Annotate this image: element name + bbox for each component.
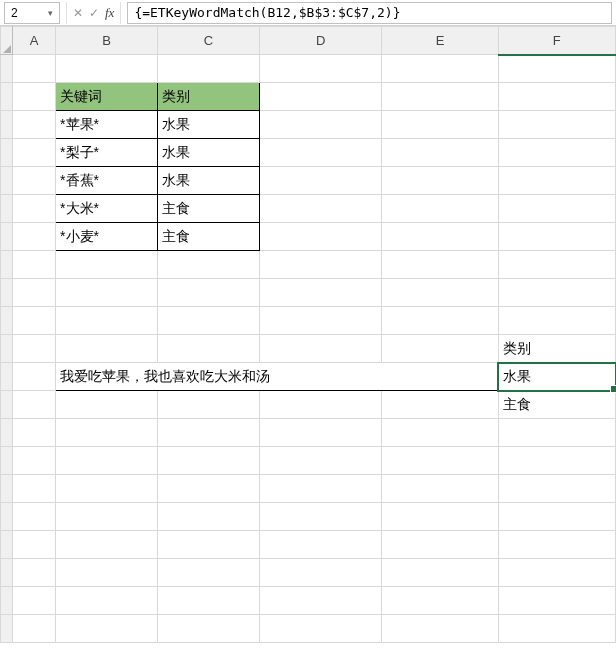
row-header[interactable] (1, 307, 13, 335)
sentence-cell[interactable]: 我爱吃苹果，我也喜欢吃大米和汤 (56, 363, 499, 391)
cell[interactable] (498, 167, 615, 195)
cell[interactable] (382, 307, 498, 335)
cell[interactable] (498, 55, 615, 83)
cell[interactable] (13, 475, 56, 503)
cell[interactable] (498, 139, 615, 167)
cell[interactable] (158, 335, 260, 363)
keyword-cell[interactable]: *大米* (56, 195, 158, 223)
cell[interactable] (56, 279, 158, 307)
cell[interactable] (260, 195, 382, 223)
cell[interactable] (13, 167, 56, 195)
cell[interactable] (56, 251, 158, 279)
cell[interactable] (382, 419, 498, 447)
col-header-D[interactable]: D (260, 27, 382, 55)
cell[interactable] (13, 251, 56, 279)
cell[interactable] (260, 475, 382, 503)
cell[interactable] (13, 419, 56, 447)
cell[interactable] (382, 223, 498, 251)
cell[interactable] (13, 335, 56, 363)
cell[interactable] (13, 391, 56, 419)
cell[interactable] (158, 419, 260, 447)
cancel-icon[interactable]: ✕ (73, 6, 83, 20)
cell[interactable] (498, 615, 615, 643)
row-header[interactable] (1, 139, 13, 167)
formula-input[interactable]: {=ETKeyWordMatch(B12,$B$3:$C$7,2)} (127, 2, 612, 24)
cell[interactable] (382, 587, 498, 615)
cell[interactable] (158, 55, 260, 83)
row-header[interactable] (1, 503, 13, 531)
cell[interactable] (158, 475, 260, 503)
cell[interactable] (498, 587, 615, 615)
cell[interactable] (56, 531, 158, 559)
cell[interactable] (382, 615, 498, 643)
row-header[interactable] (1, 587, 13, 615)
cell[interactable] (158, 531, 260, 559)
row-header[interactable] (1, 55, 13, 83)
spreadsheet-grid[interactable]: A B C D E F 关键词 类别 (0, 26, 616, 672)
cell[interactable] (260, 83, 382, 111)
cell[interactable] (260, 167, 382, 195)
category-cell[interactable]: 主食 (158, 223, 260, 251)
cell[interactable] (158, 391, 260, 419)
cell[interactable] (158, 559, 260, 587)
cell[interactable] (13, 503, 56, 531)
cell[interactable] (382, 139, 498, 167)
row-header[interactable] (1, 279, 13, 307)
cell[interactable] (260, 251, 382, 279)
cell[interactable] (498, 279, 615, 307)
cell[interactable] (498, 307, 615, 335)
name-box[interactable]: 2 ▾ (4, 2, 60, 24)
cell[interactable] (158, 307, 260, 335)
cell[interactable] (56, 615, 158, 643)
cell[interactable] (56, 419, 158, 447)
cell[interactable] (498, 531, 615, 559)
fx-icon[interactable]: fx (105, 5, 114, 21)
row-header[interactable] (1, 391, 13, 419)
cell[interactable] (56, 559, 158, 587)
cell[interactable] (158, 615, 260, 643)
cell[interactable] (13, 111, 56, 139)
cell[interactable] (260, 55, 382, 83)
cell[interactable] (498, 195, 615, 223)
cell[interactable] (13, 139, 56, 167)
cell[interactable] (13, 307, 56, 335)
keyword-cell[interactable]: *苹果* (56, 111, 158, 139)
cell[interactable] (13, 447, 56, 475)
cell[interactable] (13, 363, 56, 391)
row-header[interactable] (1, 531, 13, 559)
cell[interactable] (382, 335, 498, 363)
cell[interactable] (260, 447, 382, 475)
col-header-C[interactable]: C (158, 27, 260, 55)
select-all-corner[interactable] (1, 27, 13, 55)
cell[interactable] (498, 111, 615, 139)
cell[interactable] (382, 167, 498, 195)
row-header[interactable] (1, 615, 13, 643)
cell[interactable] (498, 503, 615, 531)
row-header[interactable] (1, 419, 13, 447)
keyword-cell[interactable]: *梨子* (56, 139, 158, 167)
result-header-cell[interactable]: 类别 (498, 335, 615, 363)
cell[interactable] (56, 587, 158, 615)
cell[interactable] (382, 531, 498, 559)
col-header-B[interactable]: B (56, 27, 158, 55)
cell[interactable] (498, 475, 615, 503)
cell[interactable] (498, 251, 615, 279)
category-cell[interactable]: 水果 (158, 111, 260, 139)
cell[interactable] (498, 447, 615, 475)
cell[interactable] (158, 251, 260, 279)
result-cell[interactable]: 主食 (498, 391, 615, 419)
cell[interactable] (382, 503, 498, 531)
category-cell[interactable]: 水果 (158, 139, 260, 167)
category-cell[interactable]: 主食 (158, 195, 260, 223)
row-header[interactable] (1, 475, 13, 503)
row-header[interactable] (1, 195, 13, 223)
col-header-E[interactable]: E (382, 27, 498, 55)
keyword-cell[interactable]: *小麦* (56, 223, 158, 251)
row-header[interactable] (1, 447, 13, 475)
cell[interactable] (260, 587, 382, 615)
cell[interactable] (382, 83, 498, 111)
cell[interactable] (260, 503, 382, 531)
cell[interactable] (260, 419, 382, 447)
cell[interactable] (260, 279, 382, 307)
cell[interactable] (260, 335, 382, 363)
